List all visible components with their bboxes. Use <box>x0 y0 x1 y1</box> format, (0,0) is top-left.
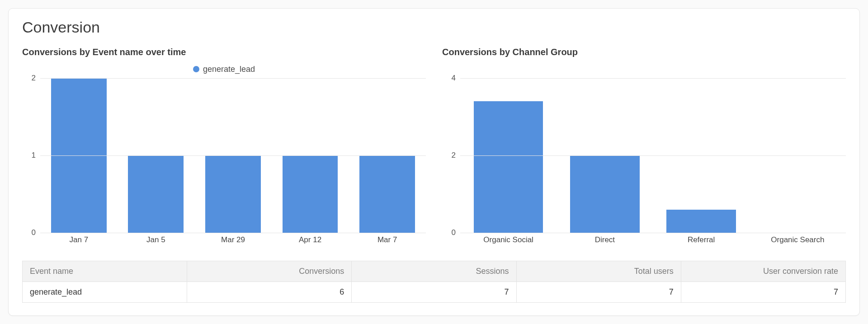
x-tick-label: Jan 7 <box>40 235 118 244</box>
grid-line <box>40 233 426 233</box>
bar <box>570 155 640 233</box>
plot <box>40 78 426 233</box>
conversion-table-wrap: Event name Conversions Sessions Total us… <box>22 261 846 303</box>
x-axis: Jan 7Jan 5Mar 29Apr 12Mar 7 <box>40 235 426 244</box>
y-tick-label: 0 <box>22 228 36 237</box>
cell-event-name: generate_lead <box>23 282 187 303</box>
y-tick-label: 0 <box>442 228 456 237</box>
x-tick-label: Mar 7 <box>349 235 426 244</box>
table-header-row: Event name Conversions Sessions Total us… <box>23 261 846 282</box>
chart-panel-event-time: Conversions by Event name over time gene… <box>22 47 426 244</box>
charts-row: Conversions by Event name over time gene… <box>22 47 846 244</box>
legend-spacer <box>442 63 846 75</box>
y-tick-label: 2 <box>22 74 36 83</box>
cell-conversions: 6 <box>187 282 352 303</box>
cell-user-conv-rate: 7 <box>681 282 845 303</box>
y-axis: 012 <box>22 78 40 233</box>
plot <box>460 78 846 233</box>
x-tick-label: Direct <box>557 235 653 244</box>
chart-plot-area: 024 <box>442 78 846 233</box>
chart-title: Conversions by Channel Group <box>442 47 846 57</box>
grid-line <box>40 155 426 156</box>
grid-line <box>460 78 846 79</box>
x-tick-label: Apr 12 <box>272 235 349 244</box>
bar <box>474 101 543 233</box>
col-user-conv-rate: User conversion rate <box>681 261 845 282</box>
bar <box>666 210 736 233</box>
chart-panel-channel-group: Conversions by Channel Group 024 Organic… <box>442 47 846 244</box>
conversion-card: Conversion Conversions by Event name ove… <box>8 8 860 316</box>
bar <box>359 155 415 233</box>
y-axis: 024 <box>442 78 460 233</box>
col-event-name: Event name <box>23 261 187 282</box>
x-tick-label: Referral <box>653 235 750 244</box>
chart-title: Conversions by Event name over time <box>22 47 426 57</box>
x-axis: Organic SocialDirectReferralOrganic Sear… <box>460 235 846 244</box>
col-total-users: Total users <box>516 261 681 282</box>
x-tick-label: Jan 5 <box>118 235 195 244</box>
table-row: generate_lead 6 7 7 7 <box>23 282 846 303</box>
conversion-table: Event name Conversions Sessions Total us… <box>22 261 846 303</box>
legend-label: generate_lead <box>203 65 255 74</box>
legend-swatch-icon <box>193 66 199 72</box>
x-tick-label: Organic Social <box>460 235 557 244</box>
chart-legend: generate_lead <box>22 63 426 75</box>
x-tick-label: Organic Search <box>750 235 846 244</box>
grid-line <box>460 233 846 233</box>
cell-total-users: 7 <box>516 282 681 303</box>
col-conversions: Conversions <box>187 261 352 282</box>
y-tick-label: 2 <box>442 151 456 160</box>
bar <box>128 155 184 233</box>
bar <box>205 155 261 233</box>
y-tick-label: 4 <box>442 74 456 83</box>
grid-line <box>460 155 846 156</box>
y-tick-label: 1 <box>22 151 36 160</box>
chart-plot-area: 012 <box>22 78 426 233</box>
col-sessions: Sessions <box>352 261 516 282</box>
bar <box>283 155 338 233</box>
x-tick-label: Mar 29 <box>194 235 272 244</box>
grid-line <box>40 78 426 79</box>
card-title: Conversion <box>22 19 846 36</box>
cell-sessions: 7 <box>352 282 516 303</box>
